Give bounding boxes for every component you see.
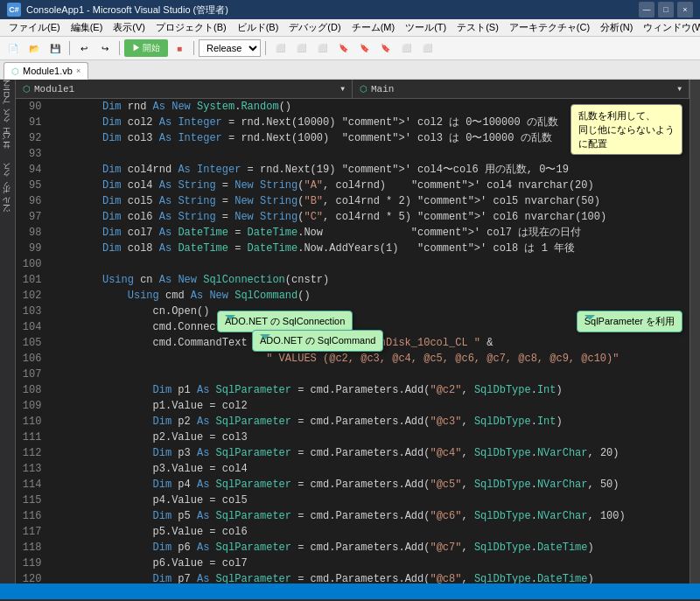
- table-row: 115 p4.Value = col5: [16, 493, 690, 508]
- redo-button[interactable]: ↪: [95, 39, 115, 57]
- tb-btn-4[interactable]: 🔖: [333, 39, 353, 57]
- table-row: 109 p1.Value = col2: [16, 398, 690, 414]
- toolbar-row-1: 📄 📂 💾 ↩ ↪ ▶ 開始 ■ Release Debug ⬜ ⬜ ⬜ 🔖 🔖…: [4, 38, 696, 58]
- undo-button[interactable]: ↩: [74, 39, 94, 57]
- tb-btn-5[interactable]: 🔖: [354, 39, 374, 57]
- tab-bar: ⬡ Module1.vb ×: [0, 60, 700, 80]
- tab-close-button[interactable]: ×: [76, 66, 80, 75]
- menu-item[interactable]: アーキテクチャ(C): [504, 21, 595, 34]
- menu-item[interactable]: ビルド(B): [232, 21, 284, 34]
- table-row: 107: [16, 367, 690, 382]
- open-button[interactable]: 📂: [24, 39, 44, 57]
- table-row: 112 Dim p3 As SqlParameter = cmd.Paramet…: [16, 445, 690, 461]
- table-row: 99 Dim col8 As DateTime = DateTime.Now.A…: [16, 241, 690, 256]
- table-row: 100: [16, 256, 690, 272]
- code-line-content: Dim p2 As SqlParameter = cmd.Parameters.…: [48, 414, 690, 430]
- table-row: 111 p2.Value = col3: [16, 430, 690, 445]
- line-number: 91: [16, 115, 48, 130]
- tb-btn-1[interactable]: ⬜: [270, 39, 290, 57]
- code-line-content: cn.Open(): [48, 304, 690, 319]
- close-button[interactable]: ×: [677, 2, 693, 17]
- status-bar: [0, 584, 700, 599]
- menu-item[interactable]: 表示(V): [108, 21, 150, 34]
- menu-item[interactable]: プロジェクト(B): [150, 21, 232, 34]
- line-number: 112: [16, 445, 48, 461]
- menu-item[interactable]: テスト(S): [452, 21, 504, 34]
- window-controls: — □ ×: [639, 2, 693, 17]
- line-number: 119: [16, 556, 48, 571]
- table-row: 92 Dim col3 As Integer = rnd.Next(1000) …: [16, 130, 690, 146]
- tab-label: Module1.vb: [23, 66, 73, 76]
- config-dropdown[interactable]: Release Debug: [199, 39, 261, 57]
- line-number: 92: [16, 130, 48, 146]
- server-explorer-tab[interactable]: サーバーエクスプローラー: [0, 80, 15, 160]
- save-button[interactable]: 💾: [46, 39, 65, 57]
- separator-4: [265, 41, 266, 55]
- line-number: 93: [16, 146, 48, 162]
- code-line-content: Dim p1 As SqlParameter = cmd.Parameters.…: [48, 382, 690, 398]
- line-number: 117: [16, 524, 48, 540]
- table-row: 104 cmd.Connection = cn: [16, 319, 690, 335]
- tb-btn-2[interactable]: ⬜: [291, 39, 311, 57]
- code-line-content: cmd.CommandText = "INSERT INTO dbo.OnDis…: [48, 335, 690, 351]
- table-row: 105 cmd.CommandText = "INSERT INTO dbo.O…: [16, 335, 690, 351]
- table-row: 119 p6.Value = col7: [16, 556, 690, 571]
- line-number: 96: [16, 193, 48, 209]
- line-number: 104: [16, 319, 48, 335]
- code-line-content: Dim rnd As New System.Random(): [48, 99, 690, 115]
- table-row: 116 Dim p5 As SqlParameter = cmd.Paramet…: [16, 508, 690, 524]
- menu-item[interactable]: ウィンドウ(W): [638, 21, 700, 34]
- code-line-content: Dim col4 As String = New String("A", col…: [48, 178, 690, 193]
- tb-btn-7[interactable]: ⬜: [396, 39, 416, 57]
- toolbox-tab[interactable]: ツールボックス: [0, 160, 15, 223]
- table-row: 103 cn.Open(): [16, 304, 690, 319]
- code-content[interactable]: 90 Dim rnd As New System.Random()91 Dim …: [16, 99, 690, 584]
- line-number: 90: [16, 99, 48, 115]
- tab-module1[interactable]: ⬡ Module1.vb ×: [4, 62, 88, 80]
- code-line-content: Dim p6 As SqlParameter = cmd.Parameters.…: [48, 540, 690, 556]
- tb-btn-8[interactable]: ⬜: [417, 39, 437, 57]
- method-icon: ⬡: [360, 84, 368, 94]
- menu-item[interactable]: 分析(N): [595, 21, 638, 34]
- menu-item[interactable]: ツール(T): [400, 21, 452, 34]
- line-number: 113: [16, 461, 48, 477]
- line-number: 116: [16, 508, 48, 524]
- scrollbar-right[interactable]: [690, 80, 700, 584]
- code-line-content: Dim p4 As SqlParameter = cmd.Parameters.…: [48, 477, 690, 493]
- maximize-button[interactable]: □: [658, 2, 674, 17]
- method-dropdown[interactable]: ⬡ Main ▼: [353, 80, 690, 98]
- table-row: 110 Dim p2 As SqlParameter = cmd.Paramet…: [16, 414, 690, 430]
- code-line-content: Dim p5 As SqlParameter = cmd.Parameters.…: [48, 508, 690, 524]
- line-number: 100: [16, 256, 48, 272]
- menu-bar: ファイル(E)編集(E)表示(V)プロジェクト(B)ビルド(B)デバッグ(D)チ…: [0, 19, 700, 37]
- stop-button[interactable]: ■: [170, 39, 189, 57]
- table-row: 93: [16, 146, 690, 162]
- menu-item[interactable]: チーム(M): [346, 21, 401, 34]
- table-row: 120 Dim p7 As SqlParameter = cmd.Paramet…: [16, 571, 690, 584]
- tb-btn-6[interactable]: 🔖: [375, 39, 395, 57]
- line-number: 103: [16, 304, 48, 319]
- menu-item[interactable]: ファイル(E): [4, 21, 66, 34]
- table-row: 98 Dim col7 As DateTime = DateTime.Now "…: [16, 225, 690, 241]
- tb-btn-3[interactable]: ⬜: [312, 39, 332, 57]
- line-number: 105: [16, 335, 48, 351]
- title-bar: C# ConsoleApp1 - Microsoft Visual Studio…: [0, 0, 700, 19]
- menu-item[interactable]: デバッグ(D): [284, 21, 346, 34]
- toolbar-area: 📄 📂 💾 ↩ ↪ ▶ 開始 ■ Release Debug ⬜ ⬜ ⬜ 🔖 🔖…: [0, 37, 700, 60]
- line-number: 115: [16, 493, 48, 508]
- code-editor: ⬡ Module1 ▼ ⬡ Main ▼ 90 Dim rnd As New S…: [16, 80, 690, 584]
- minimize-button[interactable]: —: [639, 2, 654, 17]
- module-icon: ⬡: [23, 84, 31, 94]
- table-row: 91 Dim col2 As Integer = rnd.Next(10000)…: [16, 115, 690, 130]
- table-row: 90 Dim rnd As New System.Random(): [16, 99, 690, 115]
- table-row: 95 Dim col4 As String = New String("A", …: [16, 178, 690, 193]
- line-number: 118: [16, 540, 48, 556]
- start-button[interactable]: ▶ 開始: [124, 39, 168, 57]
- new-file-button[interactable]: 📄: [4, 39, 23, 57]
- code-line-content: [48, 367, 690, 382]
- menu-item[interactable]: 編集(E): [66, 21, 108, 34]
- module-dropdown[interactable]: ⬡ Module1 ▼: [16, 80, 353, 98]
- table-row: 106 " VALUES (@c2, @c3, @c4, @c5, @c6, @…: [16, 351, 690, 367]
- line-number: 109: [16, 398, 48, 414]
- method-label: Main: [371, 84, 394, 94]
